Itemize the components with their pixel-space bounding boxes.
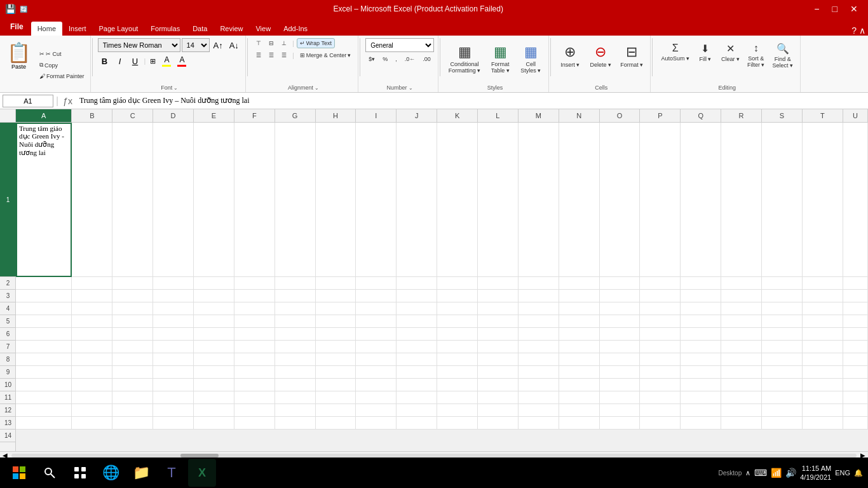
col-header-n[interactable]: N	[559, 109, 600, 122]
number-expand-icon[interactable]: ⌄	[409, 85, 413, 91]
tab-insert[interactable]: Insert	[62, 22, 93, 36]
italic-button[interactable]: I	[113, 55, 127, 67]
scroll-thumb[interactable]	[180, 454, 219, 458]
clear-button[interactable]: ✕ Clear ▾	[718, 41, 743, 64]
cell-p1[interactable]	[640, 123, 681, 276]
col-header-p[interactable]: P	[640, 109, 681, 122]
col-header-m[interactable]: M	[519, 109, 559, 122]
merge-center-button[interactable]: ⊞ Merge & Center ▾	[297, 50, 355, 60]
row-num-12[interactable]: 12	[0, 404, 16, 417]
col-header-l[interactable]: L	[478, 109, 519, 122]
conditional-formatting-button[interactable]: ▦ ConditionalFormatting ▾	[445, 41, 484, 78]
font-grow-button[interactable]: A↑	[211, 39, 226, 51]
cell-s1[interactable]	[762, 123, 803, 276]
search-taskbar-btn[interactable]	[36, 459, 64, 487]
increase-decimal-button[interactable]: .00	[419, 54, 434, 64]
teams-btn[interactable]: T	[158, 459, 186, 487]
cell-h1[interactable]	[316, 123, 356, 276]
scroll-track[interactable]	[11, 454, 857, 458]
row-num-5[interactable]: 5	[0, 315, 16, 328]
cell-o1[interactable]	[600, 123, 641, 276]
cell-e1[interactable]	[194, 123, 234, 276]
col-header-j[interactable]: J	[397, 109, 437, 122]
wrap-text-button[interactable]: ↵ Wrap Text	[297, 38, 335, 48]
close-btn[interactable]: ✕	[845, 3, 863, 15]
cell-k1[interactable]	[437, 123, 478, 276]
tab-file[interactable]: File	[3, 18, 31, 36]
insert-cells-button[interactable]: ⊕ Insert ▾	[556, 41, 584, 71]
col-header-r[interactable]: R	[721, 109, 762, 122]
cell-r1[interactable]	[721, 123, 762, 276]
col-header-i[interactable]: I	[356, 109, 397, 122]
cell-u1[interactable]	[843, 123, 868, 276]
row-num-7[interactable]: 7	[0, 341, 16, 353]
font-shrink-button[interactable]: A↓	[227, 39, 241, 51]
format-table-button[interactable]: ▦ FormatTable ▾	[486, 41, 514, 78]
autosum-button[interactable]: Σ AutoSum ▾	[658, 41, 693, 64]
percent-button[interactable]: %	[379, 54, 391, 64]
col-header-b[interactable]: B	[72, 109, 112, 122]
delete-cells-button[interactable]: ⊖ Delete ▾	[587, 41, 614, 71]
cell-a2[interactable]	[16, 277, 72, 289]
font-name-select[interactable]: Times New Roman	[98, 38, 180, 52]
align-middle-button[interactable]: ⊟	[266, 38, 277, 48]
row-num-10[interactable]: 10	[0, 379, 16, 391]
tab-home[interactable]: Home	[31, 22, 62, 36]
row-num-6[interactable]: 6	[0, 328, 16, 341]
excel-taskbar-btn[interactable]: X	[188, 459, 216, 487]
row-num-14[interactable]: 14	[0, 430, 16, 442]
col-header-h[interactable]: H	[316, 109, 356, 122]
formula-function-icon[interactable]: ƒx	[61, 96, 74, 106]
cell-a1[interactable]: Trung tâm giáo dục Green Ivy - Nuôi dưỡn…	[16, 123, 72, 277]
col-header-g[interactable]: G	[275, 109, 316, 122]
col-header-u[interactable]: U	[843, 109, 868, 122]
decrease-decimal-button[interactable]: .0←	[402, 54, 419, 64]
task-view-btn[interactable]	[66, 459, 94, 487]
font-size-select[interactable]: 14	[182, 38, 210, 52]
cell-i1[interactable]	[356, 123, 397, 276]
bold-button[interactable]: B	[98, 55, 112, 67]
paste-button[interactable]: 📋 Paste	[3, 38, 35, 73]
row-num-4[interactable]: 4	[0, 302, 16, 315]
cell-styles-button[interactable]: ▦ CellStyles ▾	[517, 41, 545, 78]
taskbar-up-arrow[interactable]: ∧	[745, 469, 750, 477]
format-cells-button[interactable]: ⊟ Format ▾	[617, 41, 646, 71]
col-header-e[interactable]: E	[194, 109, 234, 122]
row-num-2[interactable]: 2	[0, 277, 16, 290]
cut-button[interactable]: ✂ ✂ Cut	[36, 49, 88, 59]
align-right-button[interactable]: ☰	[278, 50, 290, 60]
row-num-1[interactable]: 1	[0, 123, 16, 277]
sort-filter-button[interactable]: ↕ Sort &Filter ▾	[744, 41, 768, 70]
cell-g1[interactable]	[275, 123, 316, 276]
alignment-expand-icon[interactable]: ⌄	[315, 85, 319, 91]
name-box[interactable]	[3, 95, 53, 107]
col-header-c[interactable]: C	[112, 109, 153, 122]
align-bottom-button[interactable]: ⊥	[278, 38, 290, 48]
tab-view[interactable]: View	[249, 22, 277, 36]
col-header-s[interactable]: S	[762, 109, 803, 122]
format-painter-button[interactable]: 🖌 Format Painter	[36, 71, 88, 81]
row-num-3[interactable]: 3	[0, 290, 16, 302]
find-select-button[interactable]: 🔍 Find &Select ▾	[769, 41, 796, 71]
fill-color-button[interactable]: A	[159, 54, 173, 68]
maximize-btn[interactable]: □	[827, 3, 843, 15]
tab-review[interactable]: Review	[214, 22, 249, 36]
row-num-11[interactable]: 11	[0, 391, 16, 404]
tab-page-layout[interactable]: Page Layout	[93, 22, 145, 36]
row-num-13[interactable]: 13	[0, 417, 16, 430]
cell-j1[interactable]	[397, 123, 437, 276]
col-header-f[interactable]: F	[234, 109, 275, 122]
cell-l1[interactable]	[478, 123, 519, 276]
cell-m1[interactable]	[519, 123, 559, 276]
font-expand-icon[interactable]: ⌄	[173, 85, 178, 91]
col-header-a[interactable]: A	[16, 109, 72, 122]
dollar-button[interactable]: $▾	[365, 54, 378, 64]
start-button[interactable]	[5, 459, 33, 487]
col-header-d[interactable]: D	[153, 109, 194, 122]
cell-b1[interactable]	[72, 123, 112, 276]
align-center-button[interactable]: ☰	[266, 50, 277, 60]
file-explorer-btn[interactable]: 📁	[127, 459, 155, 487]
cell-t1[interactable]	[803, 123, 843, 276]
cell-c1[interactable]	[112, 123, 153, 276]
tab-addins[interactable]: Add-Ins	[277, 22, 314, 36]
